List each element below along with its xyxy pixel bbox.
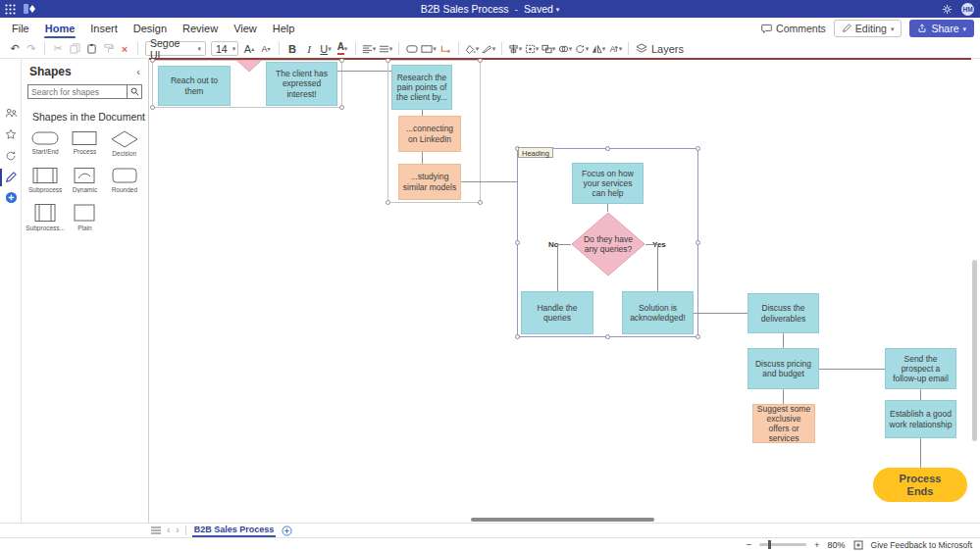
share-stencil-icon[interactable]	[4, 106, 18, 120]
node-focus-services[interactable]: Focus on how your services can help	[572, 163, 644, 204]
vertical-scrollbar[interactable]	[971, 59, 978, 517]
zoom-level[interactable]: 80%	[828, 540, 846, 550]
shrink-font-button[interactable]: A▾	[258, 41, 274, 57]
selection-handle[interactable]	[515, 334, 520, 339]
connector[interactable]	[422, 152, 423, 164]
undo-button[interactable]: ↶	[7, 41, 23, 57]
rotate-button[interactable]: ▾	[574, 41, 590, 57]
tab-file[interactable]: File	[4, 18, 37, 39]
add-page-button[interactable]	[282, 526, 292, 536]
node-research[interactable]: Research the pain points of the client b…	[391, 65, 452, 110]
node-process-ends[interactable]: Process Ends	[873, 468, 967, 502]
tab-help[interactable]: Help	[265, 18, 303, 39]
zoom-out-button[interactable]: −	[746, 539, 751, 550]
selection-handle[interactable]	[339, 105, 344, 110]
copy-button[interactable]	[67, 41, 82, 57]
layers-button[interactable]: Layers	[636, 43, 684, 55]
fit-page-icon[interactable]	[853, 540, 863, 550]
previous-page-button[interactable]: ‹	[167, 526, 170, 535]
delete-button[interactable]: ×	[117, 41, 132, 57]
selection-handle[interactable]	[605, 146, 610, 151]
connector[interactable]	[657, 244, 658, 291]
format-painter-button[interactable]	[100, 41, 116, 57]
selection-handle[interactable]	[386, 200, 390, 205]
selection-handle[interactable]	[605, 334, 610, 339]
selection-handle[interactable]	[696, 334, 700, 339]
favorites-icon[interactable]	[4, 127, 18, 141]
settings-gear-icon[interactable]	[942, 4, 953, 15]
align-objects-button[interactable]: ▾	[507, 41, 523, 57]
text-direction-button[interactable]: A▾	[607, 41, 623, 57]
collapse-panel-button[interactable]: ‹	[136, 66, 140, 77]
shape-master-decision[interactable]: Decision	[105, 126, 144, 157]
line-color-button[interactable]: ▾	[481, 41, 496, 57]
flip-button[interactable]: ▾	[591, 41, 606, 57]
node-establish-relationship[interactable]: Establish a good work relationship	[885, 400, 956, 438]
page-list-button[interactable]	[151, 526, 161, 534]
connector[interactable]	[783, 389, 784, 404]
bold-button[interactable]: B	[284, 41, 300, 57]
connector[interactable]	[607, 204, 608, 212]
connector[interactable]	[645, 244, 657, 245]
font-family-select[interactable]: Segoe UI ▾	[145, 41, 206, 56]
shape-master-process[interactable]: Process	[65, 126, 104, 157]
zoom-in-button[interactable]: +	[814, 539, 820, 550]
page-tab[interactable]: B2B Sales Process	[192, 525, 277, 537]
editing-mode-dropdown[interactable]: Editing ▾	[834, 20, 903, 37]
group-button[interactable]: ▾	[541, 41, 556, 57]
node-connecting-linkedin[interactable]: ...connecting on LinkedIn	[398, 116, 461, 152]
selection-handle[interactable]	[696, 146, 700, 151]
connector[interactable]	[694, 313, 748, 314]
connector[interactable]	[337, 71, 391, 72]
selection-handle[interactable]	[515, 240, 520, 245]
selection-handle[interactable]	[696, 240, 700, 245]
italic-button[interactable]: I	[301, 41, 317, 57]
refresh-shapes-icon[interactable]	[4, 149, 18, 163]
search-icon[interactable]	[127, 85, 141, 98]
node-client-interest[interactable]: The client has expressed interest!	[266, 62, 337, 106]
comments-button[interactable]: Comments	[761, 23, 826, 34]
fill-color-button[interactable]: ▾	[464, 41, 480, 57]
feedback-link[interactable]: Give Feedback to Microsoft	[871, 540, 972, 550]
share-button[interactable]: Share ▾	[909, 20, 974, 37]
connector[interactable]	[920, 389, 921, 400]
grow-font-button[interactable]: A▴	[241, 41, 257, 57]
shape-master-subprocess[interactable]: Subprocess	[26, 163, 65, 193]
vertical-scrollbar-thumb[interactable]	[972, 260, 977, 441]
shape-master-dynamic[interactable]: Dynamic	[65, 163, 104, 193]
node-discuss-deliverables[interactable]: Discuss the deliverables	[748, 293, 819, 333]
account-avatar[interactable]: HM	[961, 3, 974, 16]
connector[interactable]	[920, 438, 921, 468]
node-followup-email[interactable]: Send the prospect a follow-up email	[885, 348, 956, 389]
redo-button[interactable]: ↷	[24, 41, 39, 57]
save-status-menu[interactable]: Saved ▾	[524, 3, 559, 15]
position-button[interactable]: ▾	[524, 41, 540, 57]
selection-handle[interactable]	[150, 105, 155, 110]
connector[interactable]	[557, 244, 558, 291]
connector[interactable]	[783, 333, 784, 348]
combine-shapes-button[interactable]: ▾	[557, 41, 573, 57]
horizontal-scrollbar-thumb[interactable]	[471, 518, 654, 522]
vertical-align-button[interactable]: ▾	[378, 41, 393, 57]
container-heading-label[interactable]: Heading	[518, 147, 553, 158]
connector-type-button[interactable]	[438, 41, 453, 57]
connector[interactable]	[557, 244, 571, 245]
selection-handle[interactable]	[478, 200, 483, 205]
tab-insert[interactable]: Insert	[82, 18, 126, 39]
app-launcher-icon[interactable]	[5, 4, 16, 15]
font-color-button[interactable]: A▾	[335, 41, 350, 57]
tab-home[interactable]: Home	[37, 18, 83, 39]
node-queries-decision[interactable]: Do they have any queries?	[571, 212, 645, 276]
cut-button[interactable]: ✂	[50, 41, 66, 57]
next-page-button[interactable]: ›	[176, 526, 179, 535]
connector[interactable]	[461, 181, 517, 182]
shape-master-start-end[interactable]: Start/End	[26, 126, 65, 157]
add-stencil-button[interactable]	[4, 190, 18, 204]
node-studying-models[interactable]: ...studying similar models	[398, 164, 461, 200]
shape-master-subprocess-alt[interactable]: Subprocess...	[26, 199, 65, 231]
shape-search-input[interactable]	[28, 87, 127, 97]
paste-button[interactable]	[83, 41, 99, 57]
node-solution-acknowledged[interactable]: Solution is acknowledged!	[622, 291, 694, 334]
text-align-button[interactable]: ▾	[361, 41, 377, 57]
cropped-decision-shape[interactable]	[235, 60, 263, 73]
